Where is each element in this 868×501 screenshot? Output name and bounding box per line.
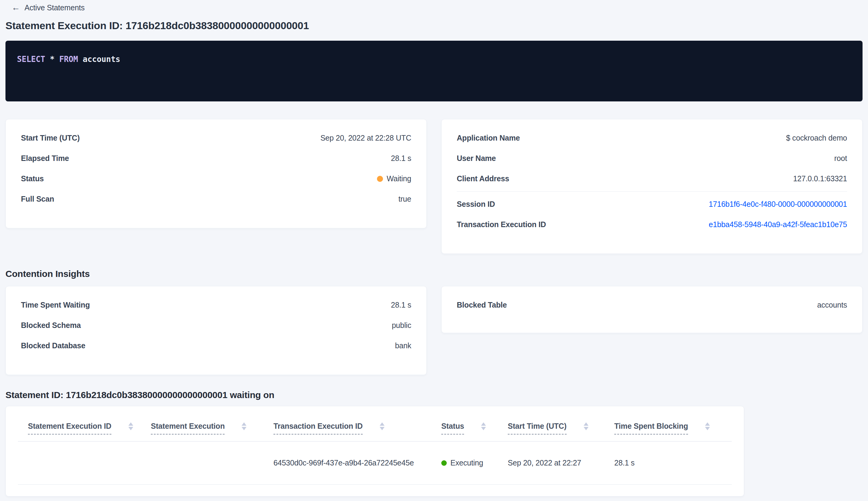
table-header-row: Statement Execution ID Statement Executi…: [18, 406, 732, 441]
cell-start-time: Sep 20, 2022 at 22:27: [508, 441, 614, 484]
blocked-database-label: Blocked Database: [21, 341, 85, 350]
sort-icon: [241, 422, 247, 430]
waiting-on-heading: Statement ID: 1716b218dc0b38380000000000…: [6, 390, 862, 401]
time-spent-waiting-label: Time Spent Waiting: [21, 301, 90, 309]
session-id-link[interactable]: 1716b1f6-4e0c-f480-0000-000000000001: [709, 200, 847, 209]
column-label: Start Time (UTC): [508, 422, 567, 435]
full-scan-row: Full Scan true: [21, 189, 411, 209]
status-value: Waiting: [377, 174, 411, 183]
elapsed-time-value: 28.1 s: [391, 154, 411, 163]
elapsed-time-label: Elapsed Time: [21, 154, 69, 163]
transaction-execution-id-label: Transaction Execution ID: [457, 220, 546, 229]
session-details-card: Application Name $ cockroach demo User N…: [441, 119, 862, 254]
sql-keyword-from: FROM: [59, 55, 78, 64]
sql-statement-box: SELECT * FROM accounts: [6, 41, 862, 102]
blocked-schema-value: public: [392, 321, 411, 330]
transaction-execution-id-row: Transaction Execution ID e1bba458-5948-4…: [457, 214, 847, 235]
sort-icon: [481, 422, 486, 430]
start-time-value: Sep 20, 2022 at 22:28 UTC: [321, 134, 411, 142]
sql-statement-text: SELECT * FROM accounts: [17, 55, 120, 64]
start-time-label: Start Time (UTC): [21, 134, 80, 142]
cell-statement-execution-id: [18, 441, 151, 484]
blocked-database-row: Blocked Database bank: [21, 335, 411, 356]
table-row: 64530d0c-969f-437e-a9b4-26a72245e45e Exe…: [18, 441, 732, 484]
status-label: Status: [21, 174, 44, 183]
column-header-transaction-execution-id[interactable]: Transaction Execution ID: [273, 406, 441, 441]
contention-cards-row: Time Spent Waiting 28.1 s Blocked Schema…: [6, 286, 862, 375]
column-header-statement-execution[interactable]: Statement Execution: [151, 406, 273, 441]
back-arrow-icon: ←: [12, 3, 20, 12]
cell-time-spent-blocking: 28.1 s: [614, 441, 732, 484]
contention-details-card: Time Spent Waiting 28.1 s Blocked Schema…: [6, 286, 427, 375]
client-address-value: 127.0.0.1:63321: [793, 174, 847, 183]
sort-icon: [128, 422, 133, 430]
cell-transaction-execution-id: 64530d0c-969f-437e-a9b4-26a72245e45e: [273, 441, 441, 484]
status-executing-dot-icon: [441, 460, 447, 466]
start-time-row: Start Time (UTC) Sep 20, 2022 at 22:28 U…: [21, 128, 411, 148]
full-scan-value: true: [399, 195, 411, 203]
sql-star: *: [50, 55, 54, 64]
time-spent-waiting-value: 28.1 s: [391, 301, 411, 309]
card-divider: [457, 191, 847, 192]
sql-table-name: accounts: [83, 55, 120, 64]
blocked-table-card: Blocked Table accounts: [441, 286, 862, 333]
cell-status: Executing: [441, 441, 508, 484]
status-row: Status Waiting: [21, 169, 411, 189]
back-link-active-statements[interactable]: ← Active Statements: [12, 2, 85, 13]
column-header-time-spent-blocking[interactable]: Time Spent Blocking: [614, 406, 732, 441]
blocked-table-label: Blocked Table: [457, 301, 507, 309]
application-name-value: $ cockroach demo: [786, 134, 847, 142]
overview-cards-row: Start Time (UTC) Sep 20, 2022 at 22:28 U…: [6, 119, 862, 254]
blocked-schema-row: Blocked Schema public: [21, 315, 411, 335]
execution-details-card: Start Time (UTC) Sep 20, 2022 at 22:28 U…: [6, 119, 427, 228]
column-label: Statement Execution ID: [28, 422, 111, 435]
cell-statement-execution: [151, 441, 273, 484]
blocked-schema-label: Blocked Schema: [21, 321, 81, 330]
status-waiting-text: Waiting: [387, 174, 411, 183]
user-name-label: User Name: [457, 154, 496, 163]
sort-icon: [584, 422, 588, 430]
user-name-row: User Name root: [457, 148, 847, 169]
status-executing-text: Executing: [451, 458, 483, 467]
waiting-on-table: Statement Execution ID Statement Executi…: [18, 406, 732, 484]
blocked-database-value: bank: [395, 341, 411, 350]
statement-execution-page: ← Active Statements Statement Execution …: [0, 0, 868, 497]
client-address-row: Client Address 127.0.0.1:63321: [457, 169, 847, 189]
contention-insights-heading: Contention Insights: [6, 268, 862, 279]
column-label: Statement Execution: [151, 422, 225, 435]
sort-icon: [380, 422, 384, 430]
column-label: Time Spent Blocking: [614, 422, 688, 435]
column-header-start-time[interactable]: Start Time (UTC): [508, 406, 614, 441]
elapsed-time-row: Elapsed Time 28.1 s: [21, 148, 411, 169]
application-name-label: Application Name: [457, 134, 520, 142]
session-id-row: Session ID 1716b1f6-4e0c-f480-0000-00000…: [457, 194, 847, 214]
blocked-table-row: Blocked Table accounts: [457, 295, 847, 315]
column-header-statement-execution-id[interactable]: Statement Execution ID: [18, 406, 151, 441]
user-name-value: root: [834, 154, 847, 163]
full-scan-label: Full Scan: [21, 195, 54, 203]
sql-keyword-select: SELECT: [17, 55, 45, 64]
back-link-label: Active Statements: [24, 3, 85, 12]
waiting-on-table-card: Statement Execution ID Statement Executi…: [6, 406, 744, 497]
column-label: Status: [441, 422, 464, 435]
blocked-table-value: accounts: [817, 301, 847, 309]
transaction-execution-id-link[interactable]: e1bba458-5948-40a9-a42f-5feac1b10e75: [709, 220, 847, 229]
application-name-row: Application Name $ cockroach demo: [457, 128, 847, 148]
client-address-label: Client Address: [457, 174, 509, 183]
column-label: Transaction Execution ID: [273, 422, 363, 435]
status-waiting-dot-icon: [377, 176, 383, 182]
column-header-status[interactable]: Status: [441, 406, 508, 441]
page-title: Statement Execution ID: 1716b218dc0b3838…: [6, 19, 862, 32]
sort-icon: [705, 422, 710, 430]
time-spent-waiting-row: Time Spent Waiting 28.1 s: [21, 295, 411, 315]
session-id-label: Session ID: [457, 200, 495, 209]
